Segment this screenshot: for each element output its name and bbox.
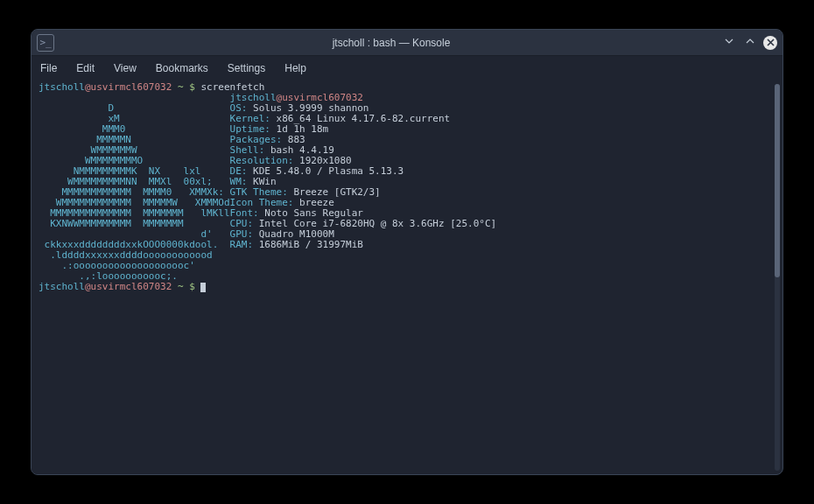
- prompt2-user: jtscholl: [39, 281, 85, 292]
- menu-file[interactable]: File: [40, 62, 57, 74]
- terminal[interactable]: jtscholl@usvirmcl607032 ~ $ screenfetch …: [32, 80, 772, 474]
- scroll-thumb[interactable]: [775, 84, 780, 277]
- titlebar[interactable]: >_ jtscholl : bash — Konsole: [32, 30, 782, 56]
- prompt2-at: @: [85, 281, 91, 292]
- prompt2-path: ~ $: [172, 281, 200, 292]
- window-controls: [721, 36, 777, 50]
- terminal-area: jtscholl@usvirmcl607032 ~ $ screenfetch …: [32, 80, 782, 474]
- val-ram: 1686MiB / 31997MiB: [253, 239, 363, 250]
- menu-edit[interactable]: Edit: [76, 62, 95, 74]
- key-ram: RAM:: [230, 239, 254, 250]
- menu-view[interactable]: View: [114, 62, 137, 74]
- scrollbar[interactable]: [775, 84, 780, 471]
- maximize-button[interactable]: [742, 36, 758, 49]
- menubar: File Edit View Bookmarks Settings Help: [32, 56, 782, 80]
- menu-settings[interactable]: Settings: [228, 62, 265, 74]
- konsole-window: >_ jtscholl : bash — Konsole File Edit V…: [31, 29, 783, 475]
- prompt2-host: usvirmcl607032: [91, 281, 172, 292]
- prompt-line-2: jtscholl@usvirmcl607032 ~ $: [39, 282, 765, 292]
- minimize-button[interactable]: [721, 36, 737, 49]
- menu-bookmarks[interactable]: Bookmarks: [156, 62, 208, 74]
- terminal-icon: >_: [37, 34, 54, 52]
- window-title: jtscholl : bash — Konsole: [61, 37, 721, 49]
- menu-help[interactable]: Help: [284, 62, 306, 74]
- cursor-icon: [200, 283, 206, 292]
- close-button[interactable]: [763, 36, 777, 50]
